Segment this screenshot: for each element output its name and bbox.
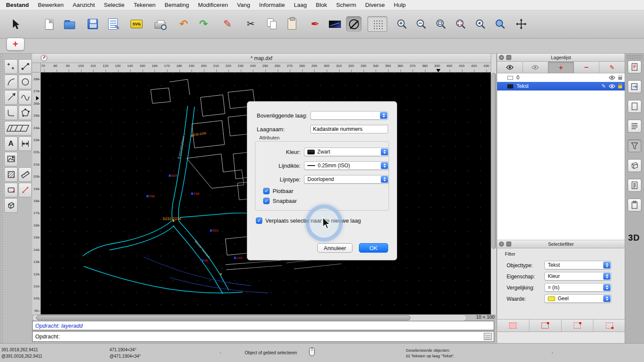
menu-item[interactable]: Diverse [365,2,385,8]
menu-item[interactable]: Modificeren [198,2,228,8]
horizontal-scrollbar[interactable] [32,314,467,321]
menu-item[interactable]: Aanzicht [73,2,95,8]
ellipse-tool[interactable] [18,75,32,89]
show-all-layers-button[interactable] [497,62,523,73]
dock-handle-strip[interactable] [0,54,3,343]
undo-button[interactable]: ↶ [176,16,191,32]
command-input-row[interactable]: Opdracht: [32,331,494,342]
corner-tool[interactable] [4,106,18,120]
redo-button[interactable]: ↷ [196,16,211,32]
menu-item[interactable]: Scherm [336,2,356,8]
hide-layers-button[interactable] [523,62,549,73]
add-to-selection-button[interactable] [529,320,562,332]
ok-button[interactable]: OK [359,243,388,253]
spline-tool[interactable] [18,90,32,105]
menu-item[interactable]: Bewerken [38,2,64,8]
dimension-tool[interactable] [18,136,32,151]
menu-item[interactable]: Hulp [394,2,406,8]
zoom-selection-button[interactable] [453,16,468,32]
hatch-region-tool[interactable] [4,121,32,136]
point-tool[interactable] [4,59,18,74]
select-filtered-button[interactable] [497,320,529,332]
select-tool-button[interactable] [8,16,23,32]
plottable-checkbox[interactable]: ✓ [263,188,270,194]
canvas-origin-icon[interactable] [41,55,47,61]
sheet-panel-button[interactable] [628,100,641,113]
eye-icon[interactable] [609,75,615,80]
pen-icon[interactable]: ✎ [601,84,606,89]
lock-icon[interactable] [618,85,622,88]
menu-item[interactable]: Selectie [104,2,125,8]
image-tool[interactable] [4,152,18,166]
add-layer-panel-button[interactable]: + [548,62,574,73]
add-layer-button[interactable]: + [6,38,24,51]
cancel-button[interactable]: Annuleer [317,243,352,253]
open-file-button[interactable] [62,16,77,32]
vertical-scrollbar[interactable] [491,54,497,314]
zoom-out-button[interactable] [413,16,429,32]
svg-export-button[interactable]: SVG [129,16,144,32]
fill-hatch-tool[interactable] [4,167,18,182]
filter-panel-button[interactable] [628,139,641,152]
menu-item[interactable]: Tekenen [134,2,155,8]
print-preview-button[interactable] [152,16,168,32]
perspective-panel-button[interactable] [628,159,641,172]
polygon-tool[interactable] [18,106,32,120]
intersect-selection-button[interactable] [593,320,625,332]
color-select[interactable]: Zwart [304,148,389,156]
eye-icon[interactable] [609,84,615,88]
cut-button[interactable]: ✂ [243,16,258,32]
copy-button[interactable] [264,16,280,32]
list-panel-button[interactable] [628,120,641,133]
edit-form-button[interactable] [105,16,121,32]
parent-layer-select[interactable] [310,111,388,120]
clipboard-panel-button[interactable] [628,199,641,211]
layer-name-input[interactable] [310,125,388,133]
save-button[interactable] [85,16,100,32]
cube-3d-tool[interactable] [4,198,18,213]
layer-row-selected[interactable]: Tekst ✎ [497,82,625,90]
notes-panel-button[interactable] [628,179,641,192]
lock-icon[interactable] [618,77,622,80]
views-panel-button[interactable] [628,80,641,93]
pan-button[interactable] [513,16,529,32]
ruler-tool[interactable] [18,167,32,182]
grid-toggle-button[interactable] [368,16,387,32]
measure-tool[interactable] [18,183,32,197]
lineweight-select[interactable]: 0.25mm (ISO) [304,161,389,170]
edit-layer-button[interactable]: ✎ [599,62,625,73]
zoom-fit-button[interactable] [433,16,449,32]
paste-button[interactable] [284,16,300,32]
zoom-in-button[interactable] [394,16,410,32]
new-document-button[interactable] [41,16,57,32]
layers-panel-button[interactable] [628,60,641,73]
property-select[interactable]: Kleur [544,272,611,281]
vertical-scrollbar-thumb[interactable] [492,73,496,249]
menu-item[interactable]: Blok [316,2,327,8]
gradient-fill-button[interactable] [327,16,343,32]
arc-tool[interactable] [4,75,18,89]
marker-pen-button[interactable]: ✒ [307,16,323,32]
menu-item[interactable]: Informatie [259,2,285,8]
3d-mode-button[interactable]: 3D [628,233,640,243]
eraser-pen-button[interactable]: ✎ [220,16,235,32]
shape-edit-tool[interactable] [4,183,18,197]
menu-item[interactable]: Vang [237,2,250,8]
linetype-select[interactable]: Doorlopend [304,175,389,184]
comparison-select[interactable]: = (is) [544,283,611,292]
zoom-window-button[interactable] [492,16,508,32]
polyline-tool[interactable] [4,90,18,105]
menu-item[interactable]: Laag [294,2,307,8]
menu-item[interactable]: Bemating [164,2,189,8]
remove-layer-button[interactable]: − [574,62,600,73]
no-fill-button[interactable] [346,16,361,32]
layer-row[interactable]: 0 [497,73,625,82]
line-tool[interactable] [18,59,32,74]
zoom-previous-button[interactable] [473,16,488,32]
move-selection-checkbox[interactable]: ✓ [256,217,262,224]
collapse-icon[interactable]: − [506,55,511,60]
close-icon[interactable]: × [499,241,504,247]
snappable-checkbox[interactable]: ✓ [263,198,270,204]
text-tool[interactable]: A [4,136,18,151]
horizontal-scrollbar-thumb[interactable] [36,315,410,320]
